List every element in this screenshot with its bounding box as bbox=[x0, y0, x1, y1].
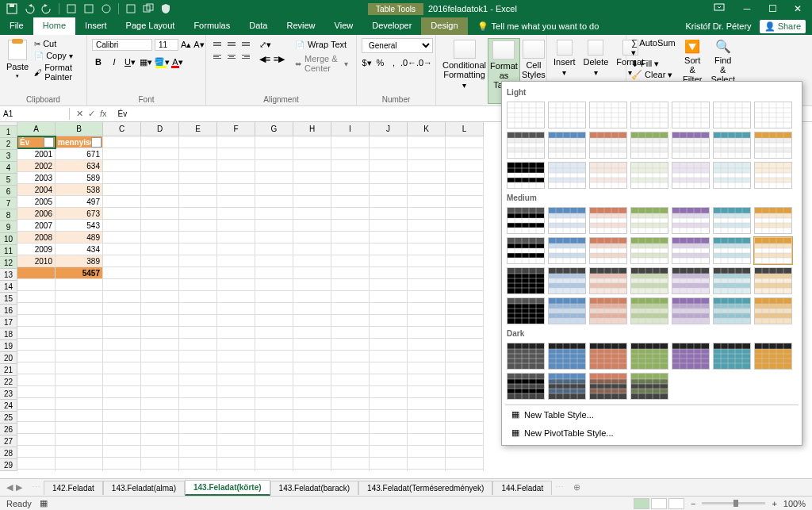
cell[interactable] bbox=[17, 446, 56, 458]
sheet-nav-prev[interactable]: ◀ bbox=[6, 482, 13, 493]
cell[interactable]: 2003 bbox=[17, 172, 56, 184]
cell[interactable] bbox=[331, 136, 370, 148]
cell[interactable] bbox=[56, 351, 103, 362]
cell[interactable] bbox=[56, 339, 103, 351]
row-header[interactable]: 20 bbox=[0, 352, 17, 364]
cell[interactable] bbox=[141, 232, 179, 243]
table-style-option[interactable] bbox=[507, 267, 545, 294]
minimize-button[interactable]: ─ bbox=[739, 3, 755, 14]
table-style-option[interactable] bbox=[754, 132, 792, 159]
cell[interactable] bbox=[255, 386, 293, 398]
cell[interactable] bbox=[255, 148, 293, 160]
cell[interactable]: 497 bbox=[56, 196, 103, 208]
cell[interactable] bbox=[255, 351, 293, 362]
tab-review[interactable]: Review bbox=[277, 17, 324, 35]
cell[interactable]: 2007 bbox=[17, 220, 56, 232]
table-style-option[interactable] bbox=[507, 162, 545, 189]
cell[interactable] bbox=[141, 255, 179, 267]
cell[interactable] bbox=[331, 220, 370, 232]
cell[interactable] bbox=[331, 374, 370, 386]
conditional-formatting-button[interactable]: Conditional Formatting▾ bbox=[441, 38, 488, 104]
cell[interactable] bbox=[370, 267, 408, 279]
row-header[interactable]: 15 bbox=[0, 293, 17, 305]
column-header[interactable]: L bbox=[446, 122, 484, 136]
cell[interactable] bbox=[408, 374, 446, 386]
table-style-option[interactable] bbox=[548, 207, 586, 234]
cell[interactable] bbox=[217, 184, 255, 196]
cell[interactable] bbox=[331, 434, 370, 446]
cell[interactable] bbox=[370, 362, 408, 374]
cell[interactable] bbox=[408, 184, 446, 196]
cell[interactable] bbox=[217, 303, 255, 315]
row-header[interactable]: 17 bbox=[0, 316, 17, 328]
tell-me[interactable]: 💡Tell me what you want to do bbox=[468, 17, 609, 35]
row-header[interactable]: 5 bbox=[0, 174, 17, 186]
align-top[interactable] bbox=[211, 38, 224, 49]
cell[interactable] bbox=[446, 196, 484, 208]
row-header[interactable]: 3 bbox=[0, 150, 17, 162]
fx-icon[interactable]: fx bbox=[100, 109, 107, 119]
table-style-option[interactable] bbox=[713, 162, 751, 189]
table-style-option[interactable] bbox=[548, 162, 586, 189]
delete-cells-button[interactable]: Delete▾ bbox=[582, 38, 611, 79]
sheet-tab-active[interactable]: 143.Feladat(körte) bbox=[185, 480, 270, 496]
cell[interactable] bbox=[17, 303, 56, 315]
cell[interactable] bbox=[255, 184, 293, 196]
cell[interactable] bbox=[370, 279, 408, 291]
cell[interactable] bbox=[179, 386, 217, 398]
cell[interactable]: Év▾ bbox=[17, 136, 56, 148]
cell[interactable] bbox=[331, 303, 370, 315]
cell[interactable] bbox=[446, 208, 484, 220]
cell[interactable] bbox=[446, 184, 484, 196]
shield-icon[interactable] bbox=[160, 3, 171, 14]
table-style-option[interactable] bbox=[548, 373, 586, 400]
cell[interactable] bbox=[255, 470, 293, 471]
cell[interactable] bbox=[103, 184, 141, 196]
qat-icon-1[interactable] bbox=[66, 3, 77, 14]
tab-design[interactable]: Design bbox=[421, 17, 467, 35]
row-header[interactable]: 29 bbox=[0, 459, 17, 471]
cell[interactable] bbox=[141, 327, 179, 339]
cell[interactable] bbox=[446, 303, 484, 315]
cell[interactable] bbox=[370, 315, 408, 327]
table-style-option[interactable] bbox=[589, 343, 627, 370]
increase-indent[interactable]: ≡▶ bbox=[273, 52, 285, 65]
cell[interactable] bbox=[103, 458, 141, 470]
table-style-option[interactable] bbox=[630, 102, 668, 128]
close-button[interactable]: ✕ bbox=[790, 3, 806, 14]
orientation-button[interactable]: ⤢▾ bbox=[259, 38, 271, 51]
font-size-combo[interactable] bbox=[155, 39, 178, 51]
cell[interactable] bbox=[179, 458, 217, 470]
cell[interactable] bbox=[103, 208, 141, 220]
cell[interactable] bbox=[331, 184, 370, 196]
cell[interactable] bbox=[370, 386, 408, 398]
cell[interactable] bbox=[408, 386, 446, 398]
cell[interactable] bbox=[179, 422, 217, 434]
cell[interactable] bbox=[103, 148, 141, 160]
cell[interactable] bbox=[217, 327, 255, 339]
fill-color-button[interactable]: 🪣▾ bbox=[155, 56, 168, 68]
cell[interactable] bbox=[17, 315, 56, 327]
user-name[interactable]: Kristóf Dr. Pétery bbox=[685, 21, 751, 31]
italic-button[interactable]: I bbox=[108, 56, 121, 68]
cell[interactable] bbox=[331, 422, 370, 434]
cell[interactable] bbox=[179, 410, 217, 422]
cell[interactable] bbox=[179, 303, 217, 315]
cell[interactable] bbox=[408, 327, 446, 339]
table-style-option[interactable] bbox=[589, 207, 627, 234]
align-center[interactable] bbox=[225, 51, 238, 62]
cell[interactable] bbox=[408, 172, 446, 184]
cell[interactable] bbox=[331, 172, 370, 184]
cell[interactable] bbox=[370, 351, 408, 362]
underline-button[interactable]: U▾ bbox=[124, 56, 136, 68]
cell[interactable]: 2001 bbox=[17, 148, 56, 160]
cell[interactable] bbox=[446, 315, 484, 327]
row-header[interactable]: 19 bbox=[0, 340, 17, 352]
cell[interactable] bbox=[446, 148, 484, 160]
cell[interactable] bbox=[408, 470, 446, 471]
cell[interactable] bbox=[141, 362, 179, 374]
table-style-option[interactable] bbox=[507, 373, 545, 400]
cell[interactable] bbox=[408, 339, 446, 351]
view-normal[interactable] bbox=[634, 498, 649, 509]
align-middle[interactable] bbox=[225, 38, 238, 49]
